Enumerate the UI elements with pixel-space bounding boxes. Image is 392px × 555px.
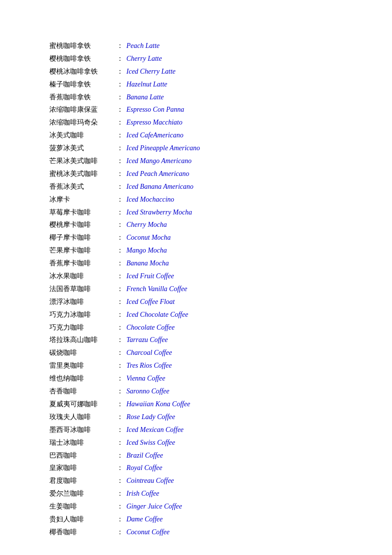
chinese-name: 椰子摩卡咖啡 [49,231,114,244]
separator: ： [117,78,123,91]
separator: ： [117,487,123,500]
list-item: 杏香咖啡 ： Saronno Coffee [49,385,343,398]
separator: ： [117,283,123,296]
separator: ： [117,257,123,270]
list-item: 冰摩卡 ： Iced Mochaccino [49,193,343,206]
list-item: 樱桃摩卡咖啡 ： Cherry Mocha [49,218,343,231]
separator: ： [117,270,123,283]
chinese-name: 墨西哥冰咖啡 [49,424,114,436]
chinese-name: 香蕉冰美式 [49,180,114,193]
list-item: 樱桃冰咖啡拿铁 ： Iced Cherry Latte [49,65,343,78]
separator: ： [117,513,123,526]
separator: ： [117,385,123,398]
english-name: Royal Coffee [126,462,162,474]
list-item: 蜜桃冰美式咖啡 ： Iced Peach Americano [49,168,343,180]
chinese-name: 菠萝冰美式 [49,142,114,155]
separator: ： [117,168,123,180]
english-name: Irish Coffee [126,487,159,500]
list-item: 浓缩咖啡玛奇朵 ： Espresso Macchiato [49,116,343,129]
chinese-name: 生姜咖啡 [49,500,114,513]
english-name: Mango Mocha [126,244,167,257]
separator: ： [117,40,123,52]
separator: ： [117,142,123,155]
chinese-name: 冰美式咖啡 [49,129,114,142]
english-name: Iced Swiss Coffee [126,436,175,449]
chinese-name: 蜜桃咖啡拿铁 [49,40,114,52]
list-item: 夏威夷可娜咖啡 ： Hawaiian Kona Coffee [49,398,343,411]
separator: ： [117,449,123,462]
list-item: 巧克力咖啡 ： Chocolate Coffee [49,321,343,334]
list-item: 椰香咖啡 ： Coconut Coffee [49,526,343,539]
chinese-name: 杏香咖啡 [49,385,114,398]
english-name: Banana Latte [126,91,164,104]
separator: ： [117,424,123,436]
chinese-name: 夏威夷可娜咖啡 [49,398,114,411]
english-name: French Vanilla Coffee [126,283,187,296]
list-item: 皇家咖啡 ： Royal Coffee [49,462,343,474]
chinese-name: 樱桃摩卡咖啡 [49,218,114,231]
chinese-name: 榛子咖啡拿铁 [49,78,114,91]
english-name: Espresso Con Panna [126,103,184,116]
english-name: Iced Fruit Coffee [126,270,174,283]
separator: ： [117,411,123,424]
separator: ： [117,155,123,168]
english-name: Iced Strawberry Mocha [126,206,192,219]
chinese-name: 法国香草咖啡 [49,283,114,296]
list-item: 巴西咖啡 ： Brazil Coffee [49,449,343,462]
english-name: Iced Mango Americano [126,155,192,168]
english-name: Tres Rios Coffee [126,359,172,372]
english-name: Rose Lady Coffee [126,411,175,424]
list-item: 雷里奥咖啡 ： Tres Rios Coffee [49,359,343,372]
list-item: 香蕉咖啡拿铁 ： Banana Latte [49,91,343,104]
list-item: 漂浮冰咖啡 ： Iced Coffee Float [49,296,343,308]
chinese-name: 漂浮冰咖啡 [49,296,114,308]
list-item: 香蕉冰美式 ： Iced Banana Americano [49,180,343,193]
chinese-name: 巧克力咖啡 [49,321,114,334]
list-item: 椰子摩卡咖啡 ： Coconut Mocha [49,231,343,244]
separator: ： [117,308,123,321]
chinese-name: 碳烧咖啡 [49,346,114,359]
separator: ： [117,244,123,257]
english-name: Iced CafeAmericano [126,129,183,142]
list-item: 巧克力冰咖啡 ： Iced Chocolate Coffee [49,308,343,321]
chinese-name: 巧克力冰咖啡 [49,308,114,321]
english-name: Iced Coffee Float [126,296,175,308]
separator: ： [117,359,123,372]
chinese-name: 维也纳咖啡 [49,372,114,385]
separator: ： [117,372,123,385]
list-item: 菠萝冰美式 ： Iced Pineapple Americano [49,142,343,155]
english-name: Ginger Juice Coffee [126,500,182,513]
chinese-name: 香蕉摩卡咖啡 [49,257,114,270]
list-item: 维也纳咖啡 ： Vienna Coffee [49,372,343,385]
english-name: Iced Peach Americano [126,168,189,180]
list-item: 芒果冰美式咖啡 ： Iced Mango Americano [49,155,343,168]
separator: ： [117,474,123,487]
separator: ： [117,334,123,346]
separator: ： [117,218,123,231]
chinese-name: 椰香咖啡 [49,526,114,539]
separator: ： [117,180,123,193]
english-name: Cherry Mocha [126,218,167,231]
chinese-name: 爱尔兰咖啡 [49,487,114,500]
separator: ： [117,321,123,334]
list-item: 法国香草咖啡 ： French Vanilla Coffee [49,283,343,296]
english-name: Hawaiian Kona Coffee [126,398,190,411]
chinese-name: 芒果冰美式咖啡 [49,155,114,168]
chinese-name: 贵妇人咖啡 [49,513,114,526]
separator: ： [117,129,123,142]
chinese-name: 浓缩咖啡玛奇朵 [49,116,114,129]
list-item: 塔拉珠高山咖啡 ： Tarrazu Coffee [49,334,343,346]
list-item: 草莓摩卡咖啡 ： Iced Strawberry Mocha [49,206,343,219]
english-name: Chocolate Coffee [126,321,175,334]
english-name: Saronno Coffee [126,385,169,398]
separator: ： [117,116,123,129]
separator: ： [117,206,123,219]
separator: ： [117,52,123,65]
english-name: Cherry Latte [126,52,162,65]
list-item: 贵妇人咖啡 ： Dame Coffee [49,513,343,526]
chinese-name: 草莓摩卡咖啡 [49,206,114,219]
chinese-name: 君度咖啡 [49,474,114,487]
english-name: Dame Coffee [126,513,162,526]
list-item: 浓缩咖啡康保蓝 ： Espresso Con Panna [49,103,343,116]
chinese-name: 瑞士冰咖啡 [49,436,114,449]
